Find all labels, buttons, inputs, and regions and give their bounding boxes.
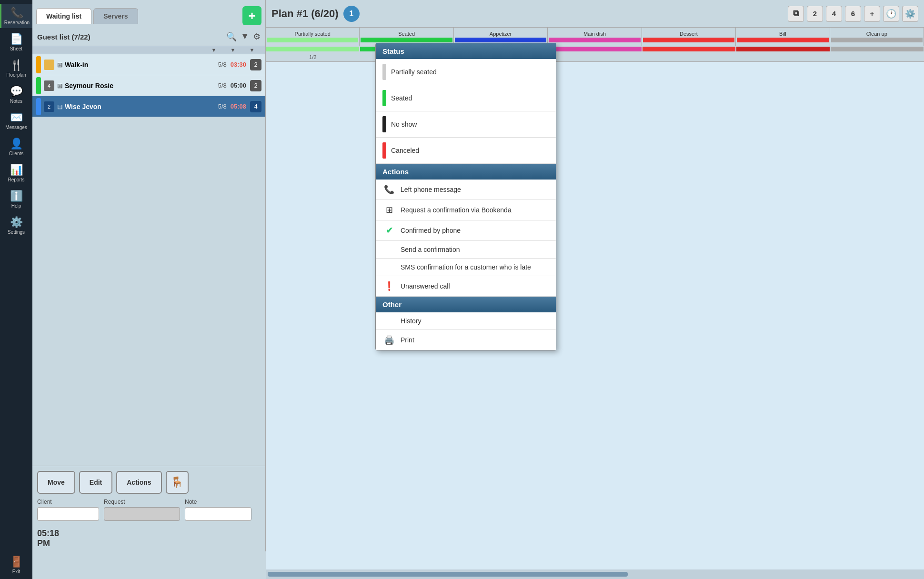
table-icon: ⊞ bbox=[57, 61, 63, 69]
status-partially-seated: Partially seated bbox=[266, 28, 360, 46]
main-dish-progress bbox=[548, 47, 641, 51]
status-color bbox=[36, 77, 41, 94]
seated-icon-button[interactable]: 🪑 bbox=[166, 471, 189, 494]
print-icon: 🖨️ bbox=[382, 335, 396, 345]
menu-item-history[interactable]: History bbox=[376, 312, 556, 330]
client-field: Client bbox=[37, 499, 99, 521]
sidebar-item-help[interactable]: ℹ️ Help bbox=[0, 187, 32, 211]
client-input[interactable] bbox=[37, 507, 99, 521]
actions-button[interactable]: Actions bbox=[116, 471, 161, 494]
plan-num-2[interactable]: 2 bbox=[807, 6, 823, 22]
search-icon[interactable]: 🔍 bbox=[226, 31, 237, 42]
status-dessert: Dessert bbox=[642, 28, 736, 46]
note-field: Note bbox=[185, 499, 251, 521]
settings-plan-button[interactable]: ⚙️ bbox=[902, 6, 918, 22]
bottom-bar: Move Edit Actions 🪑 Client Request bbox=[32, 466, 265, 526]
menu-item-confirmed-phone[interactable]: ✔ Confirmed by phone bbox=[376, 220, 556, 241]
sidebar-item-notes[interactable]: 💬 Notes bbox=[0, 82, 32, 107]
plan-num-4[interactable]: 4 bbox=[826, 6, 842, 22]
sidebar-item-settings[interactable]: ⚙️ Settings bbox=[0, 213, 32, 238]
actions-section-header: Actions bbox=[376, 164, 556, 180]
copy-button[interactable]: ⧉ bbox=[788, 6, 804, 22]
menu-item-print[interactable]: 🖨️ Print bbox=[376, 330, 556, 350]
table-row[interactable]: 4 ⊞ Seymour Rosie 5/8 05:00 2 bbox=[32, 75, 265, 96]
phone-icon: 📞 bbox=[10, 7, 23, 19]
table-badge: 4 bbox=[44, 80, 54, 91]
table-icon: ⊞ bbox=[57, 82, 63, 90]
guest-name: Seymour Rosie bbox=[65, 82, 218, 90]
sidebar: 📞 Reservation 📄 Sheet 🍴 Floorplan 💬 Note… bbox=[0, 0, 32, 579]
clean-up-color bbox=[831, 38, 923, 42]
filter-icon[interactable]: ▼ bbox=[241, 31, 249, 42]
gear-plan-icon: ⚙️ bbox=[905, 9, 915, 19]
guest-time: 03:30 bbox=[231, 61, 246, 68]
partially-seated-color bbox=[267, 38, 358, 42]
list-spacer bbox=[32, 117, 265, 466]
context-menu: Status Partially seated Seated No show C… bbox=[375, 43, 556, 350]
guest-count: 2 bbox=[250, 80, 261, 91]
tab-waiting-list[interactable]: Waiting list bbox=[36, 8, 91, 24]
progress-bars bbox=[266, 46, 924, 52]
sidebar-item-sheet[interactable]: 📄 Sheet bbox=[0, 30, 32, 54]
guest-time: 05:08 bbox=[231, 103, 246, 110]
bill-color bbox=[737, 38, 828, 42]
guest-date: 5/8 bbox=[218, 61, 227, 68]
partially-seated-progress bbox=[266, 47, 359, 51]
request-field: Request bbox=[104, 499, 180, 521]
checkmark-icon: ✔ bbox=[382, 225, 396, 236]
guest-count: 4 bbox=[250, 101, 261, 112]
tab-servers[interactable]: Servers bbox=[93, 8, 138, 24]
floor-area: 9 bbox=[266, 62, 924, 569]
menu-item-sms-late[interactable]: SMS confirmation for a customer who is l… bbox=[376, 259, 556, 276]
note-input[interactable] bbox=[185, 507, 251, 521]
menu-item-send-confirmation[interactable]: Send a confirmation bbox=[376, 241, 556, 259]
floor-scrollbar-thumb[interactable] bbox=[268, 572, 628, 577]
table-badge bbox=[44, 60, 54, 70]
dessert-color bbox=[643, 38, 734, 42]
menu-item-no-show[interactable]: No show bbox=[376, 111, 556, 138]
right-panel: Plan #1 (6/20) 1 ⧉ 2 4 6 + 🕐 ⚙️ bbox=[266, 0, 924, 579]
action-buttons: Move Edit Actions 🪑 bbox=[37, 471, 261, 494]
status-section-header: Status bbox=[376, 43, 556, 59]
status-dot-seated bbox=[382, 90, 386, 106]
status-bar: Partially seated Seated Appetizer Main d… bbox=[266, 28, 924, 46]
messages-icon: ✉️ bbox=[10, 111, 23, 124]
table-row[interactable]: ⊞ Walk-in 5/8 03:30 2 bbox=[32, 54, 265, 75]
table-row[interactable]: 2 ⊟ Wise Jevon 5/8 05:08 4 bbox=[32, 96, 265, 117]
clock-button[interactable]: 🕐 bbox=[883, 6, 899, 22]
menu-item-left-phone[interactable]: 📞 Left phone message bbox=[376, 180, 556, 200]
help-icon: ℹ️ bbox=[10, 190, 23, 202]
sidebar-item-exit[interactable]: 🚪 Exit bbox=[0, 553, 32, 577]
menu-item-unanswered[interactable]: ❗ Unanswered call bbox=[376, 276, 556, 297]
plan-num-6[interactable]: 6 bbox=[845, 6, 861, 22]
plan-num-plus[interactable]: + bbox=[864, 6, 880, 22]
edit-button[interactable]: Edit bbox=[79, 471, 112, 494]
guest-list-icons: 🔍 ▼ ⚙ bbox=[226, 31, 261, 42]
move-button[interactable]: Move bbox=[37, 471, 75, 494]
menu-item-canceled[interactable]: Canceled bbox=[376, 138, 556, 164]
settings-icon: ⚙️ bbox=[10, 216, 23, 229]
clock-icon: 🕐 bbox=[886, 9, 896, 19]
add-reservation-button[interactable]: + bbox=[242, 6, 261, 25]
status-color bbox=[36, 56, 41, 73]
bookenda-icon: ⊞ bbox=[382, 205, 396, 215]
request-input[interactable] bbox=[104, 507, 180, 521]
sidebar-item-messages[interactable]: ✉️ Messages bbox=[0, 109, 32, 133]
plan-header-controls: ⧉ 2 4 6 + 🕐 ⚙️ bbox=[788, 6, 918, 22]
gear-icon[interactable]: ⚙ bbox=[253, 31, 261, 42]
sidebar-item-floorplan[interactable]: 🍴 Floorplan bbox=[0, 56, 32, 80]
menu-item-partially-seated[interactable]: Partially seated bbox=[376, 59, 556, 85]
status-main-dish: Main dish bbox=[548, 28, 642, 46]
table-icon: ⊟ bbox=[57, 103, 63, 110]
guest-date: 5/8 bbox=[218, 82, 227, 89]
floor-scrollbar-container[interactable] bbox=[266, 569, 924, 579]
menu-item-bookenda[interactable]: ⊞ Request a confirmation via Bookenda bbox=[376, 200, 556, 220]
exclamation-icon: ❗ bbox=[382, 281, 396, 291]
sidebar-item-reports[interactable]: 📊 Reports bbox=[0, 161, 32, 185]
sidebar-item-reservation[interactable]: 📞 Reservation bbox=[0, 4, 32, 28]
status-dot-partial bbox=[382, 64, 386, 80]
other-section-header: Other bbox=[376, 297, 556, 312]
sidebar-item-clients[interactable]: 👤 Clients bbox=[0, 135, 32, 159]
cleanup-progress bbox=[831, 47, 924, 51]
menu-item-seated[interactable]: Seated bbox=[376, 85, 556, 111]
